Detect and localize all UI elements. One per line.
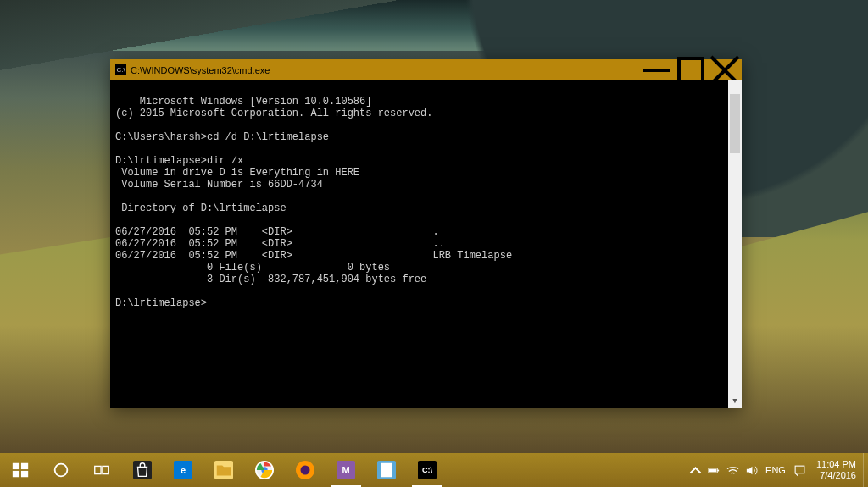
svg-rect-7 [21, 471, 28, 477]
tray-notifications-icon[interactable] [791, 453, 810, 487]
taskbar-app-edge[interactable]: e [163, 453, 203, 487]
scrollbar[interactable]: ▲ ▼ [728, 80, 742, 408]
tray-battery-icon[interactable] [704, 453, 723, 487]
terminal-body[interactable]: Microsoft Windows [Version 10.0.10586] (… [110, 80, 742, 408]
tray-clock[interactable]: 11:04 PM 7/4/2016 [810, 459, 863, 481]
tray-volume-icon[interactable] [742, 453, 760, 487]
task-view-button[interactable] [81, 453, 122, 487]
taskbar-app-chrome[interactable] [244, 453, 285, 487]
start-button[interactable] [0, 453, 41, 487]
taskbar-app-mail[interactable]: M [326, 453, 366, 487]
svg-rect-17 [709, 468, 715, 472]
scroll-thumb[interactable] [730, 94, 740, 153]
tray-language[interactable]: ENG [760, 465, 791, 475]
taskbar-app-file-explorer[interactable] [203, 453, 244, 487]
close-button[interactable] [708, 59, 742, 80]
svg-rect-9 [95, 466, 101, 473]
svg-rect-4 [13, 463, 19, 469]
svg-rect-10 [103, 466, 108, 473]
maximize-button[interactable] [674, 59, 708, 80]
svg-rect-16 [717, 469, 719, 471]
taskbar: e M C:\ ENG [0, 453, 868, 487]
taskbar-app-notepad[interactable] [366, 453, 407, 487]
tray-chevron-up-icon[interactable] [686, 453, 704, 487]
svg-rect-6 [13, 471, 19, 477]
cmd-window[interactable]: C:\ C:\WINDOWS\system32\cmd.exe Microsof… [110, 59, 742, 408]
show-desktop-button[interactable] [863, 453, 868, 487]
svg-rect-1 [679, 58, 703, 82]
taskbar-app-cmd[interactable]: C:\ [407, 453, 448, 487]
cortana-search[interactable] [41, 453, 81, 487]
tray-time: 11:04 PM [816, 459, 856, 470]
svg-rect-18 [796, 466, 805, 473]
tray-wifi-icon[interactable] [723, 453, 742, 487]
cmd-icon: C:\ [115, 64, 126, 75]
minimize-button[interactable] [640, 59, 674, 80]
svg-rect-14 [381, 463, 392, 478]
scroll-down-icon[interactable]: ▼ [728, 395, 742, 408]
svg-point-13 [301, 466, 310, 475]
svg-point-8 [55, 464, 68, 477]
window-title: C:\WINDOWS\system32\cmd.exe [131, 65, 640, 75]
svg-rect-5 [21, 463, 28, 469]
taskbar-app-firefox[interactable] [285, 453, 326, 487]
tray-date: 7/4/2016 [816, 470, 856, 481]
titlebar[interactable]: C:\ C:\WINDOWS\system32\cmd.exe [110, 59, 742, 80]
terminal-output: Microsoft Windows [Version 10.0.10586] (… [115, 96, 512, 309]
taskbar-app-store[interactable] [122, 453, 163, 487]
